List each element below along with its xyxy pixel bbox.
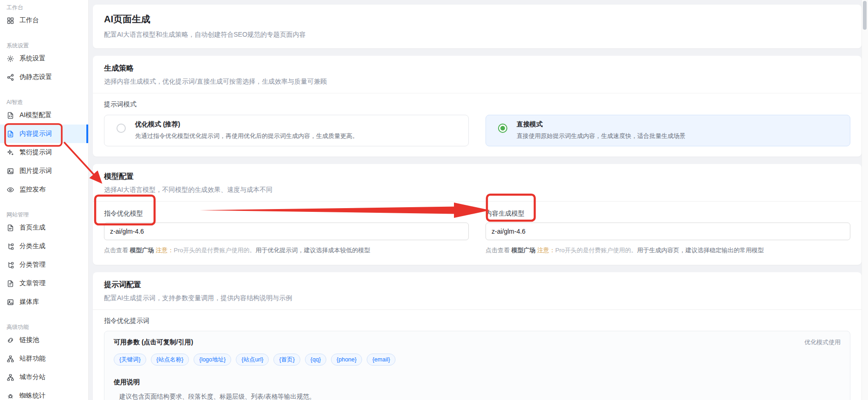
sidebar-item-label: 图片提示词 [19, 167, 52, 175]
sidebar-item-category-generate[interactable]: 分类生成 [0, 237, 88, 256]
param-tag-phone[interactable]: {phone} [331, 354, 362, 366]
prompt-config-title: 提示词配置 [104, 280, 850, 290]
helper-note-label: 注意： [154, 247, 174, 254]
option-optimize-mode[interactable]: 优化模式 (推荐) 先通过指令优化模型优化提示词，再使用优化后的提示词生成内容，… [104, 115, 469, 146]
param-tag-site-url[interactable]: {站点url} [236, 354, 269, 366]
content-model-field: 内容生成模型 点击查看 模型广场 注意：Pro开头的是付费账户使用的。用于生成内… [486, 210, 850, 255]
option-direct-mode[interactable]: 直接模式 直接使用原始提示词生成内容，生成速度快，适合批量生成场景 [486, 115, 850, 146]
optimize-model-helper: 点击查看 模型广场 注意：Pro开头的是付费账户使用的。用于优化提示词，建议选择… [104, 246, 469, 255]
doc-gen-icon [6, 224, 14, 232]
sidebar-item-label: AI模型配置 [19, 111, 52, 119]
page-header-card: AI页面生成 配置AI大语言模型和生成策略，自动创建符合SEO规范的专题页面内容 [93, 5, 862, 48]
sidebar-item-label: 城市分站 [19, 373, 45, 381]
main-content: AI页面生成 配置AI大语言模型和生成策略，自动创建符合SEO规范的专题页面内容… [88, 0, 862, 400]
sidebar-section-label: 工作台 [0, 4, 88, 11]
param-tag-email[interactable]: {email} [367, 354, 395, 366]
option-title: 直接模式 [517, 120, 686, 129]
sidebar-item-label: 文章管理 [19, 279, 45, 288]
radio-checked-icon[interactable] [498, 124, 507, 133]
model-config-card: 模型配置 选择AI大语言模型，不同模型的生成效果、速度与成本不同 指令优化模型 … [93, 164, 862, 265]
scrollbar-thumb[interactable] [863, 1, 867, 30]
sidebar-section-label: 系统设置 [0, 42, 88, 49]
doc-text-icon [6, 130, 14, 138]
sidebar-item-system-settings[interactable]: 系统设置 [0, 49, 88, 68]
sidebar-item-site-group[interactable]: 站群功能 [0, 349, 88, 368]
optimize-mode-usage-badge: 优化模式使用 [804, 338, 841, 347]
sidebar-item-derive-prompt[interactable]: 繁衍提示词 [0, 143, 88, 162]
spider-icon [6, 392, 14, 400]
sidebar-item-link-pool[interactable]: 链接池 [0, 331, 88, 349]
usage-title: 使用说明 [114, 378, 841, 387]
param-tag-logo-url[interactable]: {logo地址} [194, 354, 231, 366]
option-desc: 直接使用原始提示词生成内容，生成速度快，适合批量生成场景 [517, 132, 686, 140]
sidebar-item-ai-model-config[interactable]: AI模型配置 [0, 106, 88, 125]
param-tag-list: {关键词} {站点名称} {logo地址} {站点url} {首页} {qq} … [114, 354, 841, 366]
helper-prefix: 点击查看 [104, 247, 130, 254]
media-icon [6, 298, 14, 306]
option-desc: 先通过指令优化模型优化提示词，再使用优化后的提示词生成内容，生成质量更高。 [135, 132, 358, 140]
sidebar-item-label: 蜘蛛统计 [19, 392, 45, 400]
prompt-help-panel: 可用参数 (点击可复制/引用) 优化模式使用 {关键词} {站点名称} {log… [104, 331, 850, 400]
strategy-card: 生成策略 选择内容生成模式，优化提示词/直接生成可按需选择，生成效率与质量可兼顾… [93, 56, 862, 157]
content-model-helper: 点击查看 模型广场 注意：Pro开头的是付费账户使用的。用于生成内容页，建议选择… [486, 246, 850, 255]
available-params-title: 可用参数 (点击可复制/引用) [114, 338, 193, 347]
param-tag-keyword[interactable]: {关键词} [114, 354, 146, 366]
helper-prefix: 点击查看 [486, 247, 512, 254]
sidebar-item-label: 站群功能 [19, 354, 45, 363]
helper-note: Pro开头的是付费账户使用的。 [555, 247, 637, 254]
page-title: AI页面生成 [104, 13, 850, 26]
param-tag-qq[interactable]: {qq} [305, 354, 326, 366]
sidebar-section-label: AI智造 [0, 98, 88, 106]
sidebar-item-label: 工作台 [19, 16, 39, 25]
gear-icon [6, 55, 14, 63]
category-icon [6, 243, 14, 250]
eye-icon [6, 186, 14, 194]
sidebar-item-workbench[interactable]: 工作台 [0, 11, 88, 30]
sitemap-icon [6, 374, 14, 381]
sidebar-item-homepage-generate[interactable]: 首页生成 [0, 218, 88, 237]
model-plaza-link[interactable]: 模型广场 [512, 247, 536, 254]
sidebar-item-label: 分类生成 [19, 242, 45, 250]
sidebar-section-label: 高级功能 [0, 323, 88, 331]
prompt-mode-label: 提示词模式 [104, 100, 850, 109]
article-icon [6, 280, 14, 288]
optimize-model-input[interactable] [104, 223, 469, 240]
share-nodes-icon [6, 73, 14, 81]
sidebar-item-media-library[interactable]: 媒体库 [0, 293, 88, 311]
grid-icon [6, 17, 14, 25]
sidebar-item-monitor-publish[interactable]: 监控发布 [0, 180, 88, 199]
sidebar-section-label: 网站管理 [0, 211, 88, 218]
sidebar-item-label: 系统设置 [19, 54, 45, 63]
sidebar-item-label: 链接池 [19, 336, 39, 344]
strategy-subtitle: 选择内容生成模式，优化提示词/直接生成可按需选择，生成效率与质量可兼顾 [104, 78, 850, 86]
radio-unchecked-icon[interactable] [117, 124, 126, 133]
model-plaza-link[interactable]: 模型广场 [130, 247, 154, 254]
sidebar-item-label: 首页生成 [19, 223, 45, 232]
helper-tail: 用于生成内容页，建议选择稳定输出的常用模型 [637, 247, 764, 254]
prompt-config-subtitle: 配置AI生成提示词，支持参数变量调用，提供内容结构说明与示例 [104, 294, 850, 302]
sidebar-item-category-manage[interactable]: 分类管理 [0, 256, 88, 274]
content-model-input[interactable] [486, 223, 850, 240]
helper-tail: 用于优化提示词，建议选择成本较低的模型 [255, 247, 370, 254]
model-config-subtitle: 选择AI大语言模型，不同模型的生成效果、速度与成本不同 [104, 186, 850, 194]
prompt-config-card: 提示词配置 配置AI生成提示词，支持参数变量调用，提供内容结构说明与示例 指令优… [93, 272, 862, 400]
param-tag-homepage[interactable]: {首页} [273, 354, 300, 366]
sidebar-item-spider-stats[interactable]: 蜘蛛统计 [0, 387, 88, 400]
helper-note: Pro开头的是付费账户使用的。 [174, 247, 255, 254]
sidebar-item-article-manage[interactable]: 文章管理 [0, 274, 88, 293]
image-icon [6, 167, 14, 175]
sitemap-icon [6, 355, 14, 363]
param-tag-site-name[interactable]: {站点名称} [151, 354, 189, 366]
sidebar-item-rewrite-settings[interactable]: 伪静态设置 [0, 68, 88, 86]
usage-line: 建议包含页面结构要求、段落长度、标题层级、列表/表格等输出规范。 [114, 393, 841, 400]
content-model-label: 内容生成模型 [486, 210, 850, 218]
link-icon [6, 336, 14, 344]
sidebar-item-content-prompt[interactable]: 内容提示词 [0, 125, 88, 143]
sparkles-icon [6, 149, 14, 157]
option-title: 优化模式 (推荐) [135, 120, 358, 129]
strategy-title: 生成策略 [104, 64, 850, 73]
optimize-model-field: 指令优化模型 点击查看 模型广场 注意：Pro开头的是付费账户使用的。用于优化提… [104, 210, 469, 255]
sidebar-item-city-substation[interactable]: 城市分站 [0, 368, 88, 387]
scrollbar-track[interactable] [862, 0, 868, 400]
sidebar-item-image-prompt[interactable]: 图片提示词 [0, 162, 88, 180]
